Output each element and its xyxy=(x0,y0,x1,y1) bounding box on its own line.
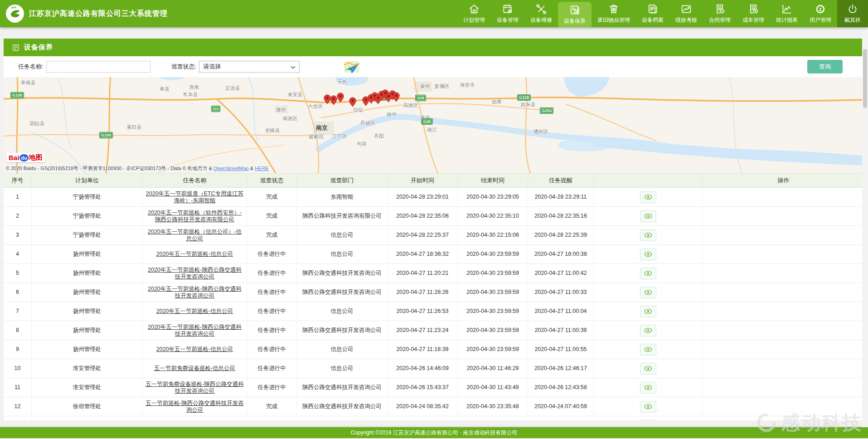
cell-extra xyxy=(703,207,864,225)
column-header-9 xyxy=(594,174,703,187)
map-place-label: 寿县 xyxy=(160,86,170,93)
task-name-input[interactable] xyxy=(46,61,150,73)
task-link[interactable]: 2020年五一节前巡检-信息公司 xyxy=(156,308,233,315)
cell-index: 3 xyxy=(4,226,32,244)
cell-task-name: 2020年五一节前巡检-陕西公路交通科技开发咨询公司 xyxy=(143,321,247,340)
nav-item-equipment-management[interactable]: 设备管理 xyxy=(491,0,524,27)
road-shield: G204 xyxy=(540,107,553,114)
eye-icon xyxy=(644,346,652,352)
cell-status: 任务进行中 xyxy=(247,321,297,340)
nav-item-performance-review[interactable]: 绩效考核 xyxy=(669,0,703,27)
map-marker-pin[interactable] xyxy=(393,92,400,102)
view-button[interactable] xyxy=(640,249,656,260)
view-button[interactable] xyxy=(640,363,656,375)
chart-image-icon xyxy=(680,3,692,15)
road-shield: G105 xyxy=(10,92,24,98)
gear-icon xyxy=(815,3,826,15)
scrollbar-track[interactable] xyxy=(862,30,868,427)
nav-item-contract-management[interactable]: 合同管理 xyxy=(703,0,737,27)
scrollbar-thumb[interactable] xyxy=(863,49,867,108)
nav-item-cost-management[interactable]: ¥成本管理 xyxy=(737,0,770,27)
cell-department: 信息公司 xyxy=(297,302,388,321)
view-button[interactable] xyxy=(640,325,656,337)
task-link[interactable]: 2020年五一节前巡检-信息公司 xyxy=(156,346,233,353)
task-link[interactable]: 2020年五一节前巡检-陕西公路交通科技开发咨询公司 xyxy=(145,324,244,337)
cell-department: 陕西公路交通科技开发咨询公司 xyxy=(297,264,388,283)
nav-item-equipment-maintenance[interactable]: 设备保养 xyxy=(558,2,592,27)
task-link[interactable]: 2020年五一节前巡检（信息公司）-信息公司 xyxy=(145,229,244,242)
cell-action xyxy=(594,207,703,225)
map-place-label: 如皋 xyxy=(492,98,502,105)
trash-icon xyxy=(608,3,620,15)
task-link[interactable]: 2020年五一节前巡检-信息公司 xyxy=(156,251,233,258)
doc-star-icon xyxy=(714,3,726,15)
cell-remind-time: 2020-04-26 12:46:17 xyxy=(528,359,594,378)
map-marker-pin[interactable] xyxy=(349,97,357,107)
cell-action xyxy=(594,283,703,302)
cell-action xyxy=(594,302,703,321)
nav-item-current-user[interactable]: 戴其祥 xyxy=(837,0,868,27)
view-button[interactable] xyxy=(640,420,656,421)
nav-item-equipment-archive[interactable]: 设备档案 xyxy=(636,0,669,27)
task-link[interactable]: 2020年五一节前巡检（软件西安所）-陕西公路科技开发咨询有限公司 xyxy=(145,210,244,223)
osm-link[interactable]: OpenStreetMap xyxy=(213,166,249,171)
cell-extra xyxy=(703,378,864,397)
cell-end-time: 2020-04-30 23:59:59 xyxy=(458,283,528,302)
view-button[interactable] xyxy=(640,287,656,298)
nav-item-statistics-report[interactable]: 统计报表 xyxy=(770,0,804,27)
cell-start-time: 2020-04-26 15:43:37 xyxy=(388,378,458,397)
map-send-icon[interactable] xyxy=(343,59,360,74)
task-link[interactable]: 五一节前免费设备巡检-陕西公路交通科技开发咨询公司 xyxy=(145,381,244,395)
view-button[interactable] xyxy=(640,210,656,222)
cell-index: 12 xyxy=(4,397,32,416)
cell-extra xyxy=(703,340,864,359)
nav-item-waste-management[interactable]: 废旧物品管理 xyxy=(592,0,636,27)
cell-task-name: 2020年五一节前巡检-信息公司 xyxy=(143,302,247,321)
map-place-label: 泰州 xyxy=(420,83,430,90)
cell-extra xyxy=(703,245,864,263)
nav-item-plan-management[interactable]: 计划管理 xyxy=(457,0,491,27)
map-place-label: 姜堰区 xyxy=(435,83,450,90)
map-place-label: 高港区 xyxy=(403,102,418,109)
cell-department: 信息公司 xyxy=(297,340,388,359)
cell-action xyxy=(594,264,703,283)
view-button[interactable] xyxy=(640,306,656,317)
cell-department: 信息公司 xyxy=(297,359,388,378)
task-link[interactable]: 五一节前免费设备巡检-信息公司 xyxy=(154,365,235,372)
here-link[interactable]: HERE xyxy=(255,166,269,171)
task-link[interactable]: 2020年五一节前巡查（ETC专用道江苏海岭）-东南智能 xyxy=(145,190,244,204)
cell-task-name: 五一节前巡检-陕西公路交通科技开发咨询公司 xyxy=(143,397,247,416)
view-button[interactable] xyxy=(640,382,656,394)
nav-item-label: 设备保养 xyxy=(564,17,586,25)
map-place-label: 天长 xyxy=(337,78,347,85)
view-button[interactable] xyxy=(640,229,656,241)
view-button[interactable] xyxy=(640,344,656,356)
status-select[interactable]: 请选择 xyxy=(199,61,300,73)
table-row: 4扬州管理处2020年五一节前巡检-信息公司任务进行中信息公司2020-04-2… xyxy=(4,245,864,264)
view-button[interactable] xyxy=(640,191,656,203)
cell-end-time: 2020-04-30 23:59:59 xyxy=(458,245,528,263)
cell-end-time: 2020-04-30 22:35:10 xyxy=(458,207,528,225)
map-place-label: 靖江 xyxy=(427,127,437,133)
baidu-map[interactable]: Baidu地图 © 2020 Baidu - GS(2019)5218号 - 甲… xyxy=(4,77,864,173)
nav-item-label: 绩效考核 xyxy=(675,16,697,24)
view-button[interactable] xyxy=(640,401,656,413)
search-button[interactable]: 查询 xyxy=(807,60,843,73)
nav-item-user-management[interactable]: 用户管理 xyxy=(804,0,837,27)
task-link[interactable]: 五一节前巡检-陕西公路交通科技开发咨询公司 xyxy=(145,400,244,414)
cell-status: 任务进行中 xyxy=(247,378,297,397)
task-link[interactable]: 2020年五一节前巡检-陕西公路交通科技开发咨询公司 xyxy=(145,267,244,280)
task-link[interactable]: 2020年五一节前巡检-陕西公路交通科技开发咨询公司 xyxy=(145,286,244,299)
nav-item-equipment-repair[interactable]: 设备维修 xyxy=(524,0,558,27)
cell-index: 9 xyxy=(4,340,32,359)
map-place-label: 句容 xyxy=(357,141,367,147)
map-marker-pin[interactable] xyxy=(337,93,344,102)
view-button[interactable] xyxy=(640,268,656,279)
eye-icon xyxy=(644,327,652,333)
cell-extra xyxy=(703,359,864,378)
cell-plan-unit: 扬州管理处 xyxy=(32,302,143,321)
nav-item-label: 合同管理 xyxy=(709,16,731,24)
cell-start-time: 2020-04-27 18:36:32 xyxy=(388,245,458,263)
table-row: 9扬州管理处2020年五一节前巡检-信息公司任务进行中信息公司2020-04-2… xyxy=(4,340,864,359)
cell-task-name: 2020年五一节前巡检（信息公司）-信息公司 xyxy=(143,226,247,244)
